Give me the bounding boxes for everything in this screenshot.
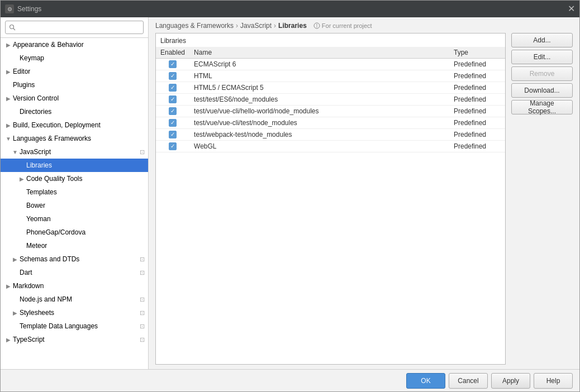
sidebar-item-typescript[interactable]: ▶TypeScript⊡ bbox=[1, 333, 148, 346]
arrow-icon: ▼ bbox=[12, 149, 18, 155]
arrow-icon: ▶ bbox=[12, 256, 18, 262]
sidebar-item-code-quality[interactable]: ▶Code Quality Tools bbox=[1, 172, 148, 185]
enabled-cell[interactable] bbox=[156, 129, 189, 141]
sidebar-item-label: TypeScript bbox=[13, 336, 140, 343]
name-cell: test/vue/vue-cli/hello-world/node_module… bbox=[189, 106, 449, 117]
type-cell: Predefined bbox=[449, 94, 505, 106]
remove-button[interactable]: Remove bbox=[511, 66, 573, 81]
window-title: Settings bbox=[17, 5, 41, 13]
sidebar-item-markdown[interactable]: ▶Markdown bbox=[1, 279, 148, 293]
sidebar-item-label: Build, Execution, Deployment bbox=[13, 121, 148, 129]
name-cell: test/webpack-test/node_modules bbox=[189, 129, 449, 141]
sidebar-item-label: Yeoman bbox=[26, 215, 148, 223]
breadcrumb-part-3: Libraries bbox=[278, 22, 307, 30]
sidebar-item-build[interactable]: ▶Build, Execution, Deployment bbox=[1, 118, 148, 132]
sidebar-item-label: Appearance & Behavior bbox=[13, 41, 148, 49]
libraries-panel: Libraries Enabled Name Type E bbox=[155, 33, 506, 365]
apply-button[interactable]: Apply bbox=[491, 373, 530, 389]
sidebar-item-editor[interactable]: ▶Editor bbox=[1, 65, 148, 78]
enabled-cell[interactable] bbox=[156, 94, 189, 106]
table-row: HTMLPredefined bbox=[156, 70, 505, 82]
download-button[interactable]: Download... bbox=[511, 83, 573, 98]
arrow-icon bbox=[12, 323, 18, 329]
sidebar-item-label: Templates bbox=[26, 188, 148, 196]
sidebar-item-label: Dart bbox=[20, 269, 140, 276]
enabled-cell[interactable] bbox=[156, 59, 189, 70]
checkbox-checked[interactable] bbox=[169, 72, 177, 80]
settings-dialog: ⚙ Settings ✕ ▶Appearance & BehaviorKeyma… bbox=[0, 0, 580, 392]
sidebar-item-label: Editor bbox=[13, 68, 148, 75]
enabled-cell[interactable] bbox=[156, 141, 189, 152]
checkbox-checked[interactable] bbox=[169, 84, 177, 92]
sidebar-item-label: Libraries bbox=[26, 161, 148, 169]
settings-tree: ▶Appearance & BehaviorKeymap▶EditorPlugi… bbox=[1, 38, 148, 369]
sidebar-item-libraries[interactable]: Libraries bbox=[1, 159, 148, 172]
footer: OK Cancel Apply Help bbox=[1, 369, 579, 391]
enabled-cell[interactable] bbox=[156, 106, 189, 117]
enabled-cell[interactable] bbox=[156, 82, 189, 94]
libraries-table: Enabled Name Type ECMAScript 6Predefined… bbox=[156, 47, 505, 152]
arrow-icon bbox=[18, 202, 25, 209]
sidebar-item-directories[interactable]: Directories bbox=[1, 105, 148, 118]
enabled-cell[interactable] bbox=[156, 70, 189, 82]
side-buttons: Add... Edit... Remove Download... Manage… bbox=[511, 33, 573, 365]
add-button[interactable]: Add... bbox=[511, 33, 573, 47]
sidebar-item-label: Template Data Languages bbox=[20, 322, 140, 330]
checkbox-checked[interactable] bbox=[169, 60, 177, 68]
sidebar-item-dart[interactable]: Dart⊡ bbox=[1, 266, 148, 279]
sidebar-item-schemas[interactable]: ▶Schemas and DTDs⊡ bbox=[1, 252, 148, 266]
config-icon: ⊡ bbox=[140, 269, 145, 276]
checkbox-checked[interactable] bbox=[169, 119, 177, 127]
sidebar-item-nodejs[interactable]: Node.js and NPM⊡ bbox=[1, 293, 148, 306]
checkbox-checked[interactable] bbox=[169, 142, 177, 150]
sidebar-item-keymap[interactable]: Keymap bbox=[1, 51, 148, 65]
manage-scopes-button[interactable]: Manage Scopes... bbox=[511, 100, 573, 114]
arrow-icon bbox=[18, 189, 25, 195]
arrow-icon bbox=[12, 269, 18, 276]
search-input[interactable] bbox=[5, 21, 144, 34]
arrow-icon: ▶ bbox=[12, 309, 18, 316]
arrow-icon: ▶ bbox=[5, 283, 12, 289]
sidebar-item-meteor[interactable]: Meteor bbox=[1, 239, 148, 252]
sidebar-item-label: Node.js and NPM bbox=[20, 295, 140, 303]
help-button[interactable]: Help bbox=[534, 373, 573, 389]
sidebar-item-bower[interactable]: Bower bbox=[1, 199, 148, 212]
arrow-icon: ▼ bbox=[5, 135, 12, 142]
sidebar-item-label: Schemas and DTDs bbox=[20, 255, 140, 263]
checkbox-checked[interactable] bbox=[169, 107, 177, 115]
title-bar-left: ⚙ Settings bbox=[5, 4, 41, 13]
sidebar-item-languages[interactable]: ▼Languages & Frameworks bbox=[1, 132, 148, 145]
panel-body: Libraries Enabled Name Type E bbox=[149, 33, 579, 369]
table-row: ECMAScript 6Predefined bbox=[156, 59, 505, 70]
sidebar-item-javascript[interactable]: ▼JavaScript⊡ bbox=[1, 145, 148, 159]
enabled-cell[interactable] bbox=[156, 117, 189, 129]
table-row: WebGLPredefined bbox=[156, 141, 505, 152]
arrow-icon: ▶ bbox=[18, 175, 25, 182]
ok-button[interactable]: OK bbox=[406, 373, 445, 389]
cancel-button[interactable]: Cancel bbox=[449, 373, 488, 389]
sidebar-item-label: Plugins bbox=[13, 81, 148, 89]
checkbox-checked[interactable] bbox=[169, 131, 177, 138]
sidebar-item-phonegap[interactable]: PhoneGap/Cordova bbox=[1, 226, 148, 239]
table-header-row: Enabled Name Type bbox=[156, 47, 505, 59]
sidebar-item-version-control[interactable]: ▶Version Control bbox=[1, 92, 148, 105]
edit-button[interactable]: Edit... bbox=[511, 50, 573, 64]
arrow-icon bbox=[5, 82, 12, 88]
sidebar-item-yeoman[interactable]: Yeoman bbox=[1, 212, 148, 226]
type-cell: Predefined bbox=[449, 59, 505, 70]
name-cell: test/vue/vue-cli/test/node_modules bbox=[189, 117, 449, 129]
config-icon: ⊡ bbox=[140, 256, 145, 263]
sidebar-item-plugins[interactable]: Plugins bbox=[1, 78, 148, 92]
sidebar-item-label: Bower bbox=[26, 202, 148, 209]
sidebar-item-stylesheets[interactable]: ▶Stylesheets⊡ bbox=[1, 306, 148, 319]
arrow-icon: ▶ bbox=[5, 122, 12, 128]
table-row: test/vue/vue-cli/hello-world/node_module… bbox=[156, 106, 505, 117]
title-bar: ⚙ Settings ✕ bbox=[1, 1, 579, 17]
sidebar-item-templates[interactable]: Templates bbox=[1, 185, 148, 199]
close-button[interactable]: ✕ bbox=[568, 4, 575, 13]
sidebar-item-template-data[interactable]: Template Data Languages⊡ bbox=[1, 319, 148, 333]
sidebar-item-appearance[interactable]: ▶Appearance & Behavior bbox=[1, 38, 148, 51]
checkbox-checked[interactable] bbox=[169, 95, 177, 103]
breadcrumb: Languages & Frameworks › JavaScript › Li… bbox=[149, 17, 579, 33]
col-type: Type bbox=[449, 47, 505, 59]
